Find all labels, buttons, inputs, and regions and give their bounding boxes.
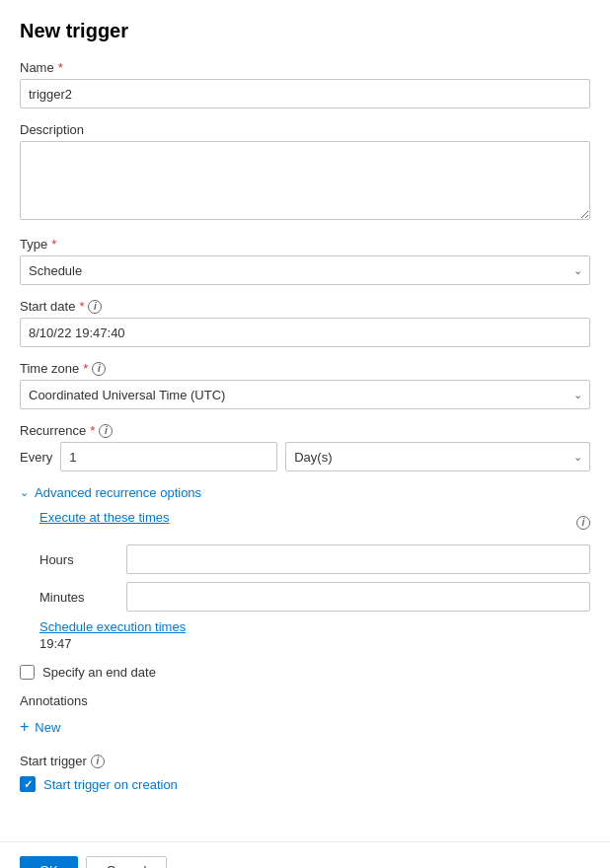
recurrence-field-group: Recurrence * i Every Day(s)Hour(s)Minute… [20, 423, 590, 471]
execute-header: Execute at these times i [39, 510, 590, 535]
end-date-checkbox[interactable] [20, 665, 35, 680]
start-trigger-section: Start trigger i Start trigger on creatio… [20, 754, 590, 792]
start-trigger-checkbox[interactable] [20, 776, 36, 792]
page-title: New trigger [20, 20, 590, 42]
type-label: Type * [20, 237, 590, 252]
timezone-label: Time zone * i [20, 361, 590, 376]
start-trigger-checkbox-row: Start trigger on creation [20, 776, 590, 792]
annotations-section: Annotations + New [20, 693, 590, 736]
hours-row: Hours [39, 544, 590, 574]
execute-link[interactable]: Execute at these times [39, 510, 170, 525]
ok-button[interactable]: OK [20, 856, 78, 868]
advanced-chevron-icon: ⌄ [20, 486, 29, 499]
minutes-row: Minutes [39, 582, 590, 612]
end-date-checkbox-row: Specify an end date [20, 665, 590, 680]
schedule-time-value: 19:47 [39, 636, 590, 651]
hours-label: Hours [39, 552, 118, 567]
start-trigger-info-icon[interactable]: i [91, 755, 105, 768]
recurrence-info-icon[interactable]: i [99, 424, 113, 438]
timezone-field-group: Time zone * i Coordinated Universal Time… [20, 361, 590, 409]
recurrence-unit-select-wrapper: Day(s)Hour(s)Minute(s)Month(s)Week(s) ⌄ [285, 442, 590, 471]
start-date-field-group: Start date * i [20, 299, 590, 347]
timezone-select[interactable]: Coordinated Universal Time (UTC) [20, 380, 590, 409]
name-input[interactable] [20, 79, 590, 108]
advanced-toggle-label: Advanced recurrence options [35, 485, 201, 500]
type-required: * [51, 237, 56, 252]
description-input[interactable] [20, 141, 590, 220]
type-select-wrapper: ScheduleTumbling WindowEvent ⌄ [20, 255, 590, 285]
cancel-button[interactable]: Cancel [86, 856, 167, 868]
recurrence-value-input[interactable] [60, 442, 277, 471]
name-required: * [58, 60, 63, 75]
schedule-section: Schedule execution times 19:47 [39, 619, 590, 651]
start-date-required: * [79, 299, 84, 314]
start-date-input[interactable] [20, 318, 590, 347]
minutes-input[interactable] [126, 582, 590, 612]
timezone-info-icon[interactable]: i [92, 362, 106, 376]
recurrence-required: * [90, 423, 95, 438]
type-field-group: Type * ScheduleTumbling WindowEvent ⌄ [20, 237, 590, 285]
schedule-link[interactable]: Schedule execution times [39, 619, 186, 634]
new-annotation-label: New [35, 720, 60, 735]
every-label: Every [20, 450, 52, 465]
advanced-content: Execute at these times i Hours Minutes S… [20, 510, 590, 651]
recurrence-label: Recurrence * i [20, 423, 590, 438]
end-date-checkbox-label: Specify an end date [42, 665, 156, 680]
annotations-label: Annotations [20, 693, 590, 708]
recurrence-row: Every Day(s)Hour(s)Minute(s)Month(s)Week… [20, 442, 590, 471]
plus-icon: + [20, 718, 29, 736]
new-annotation-button[interactable]: + New [20, 718, 60, 736]
name-label: Name * [20, 60, 590, 75]
recurrence-unit-select[interactable]: Day(s)Hour(s)Minute(s)Month(s)Week(s) [285, 442, 590, 471]
description-field-group: Description [20, 122, 590, 223]
name-field-group: Name * [20, 60, 590, 108]
advanced-toggle[interactable]: ⌄ Advanced recurrence options [20, 485, 590, 500]
minutes-label: Minutes [39, 590, 118, 605]
type-select[interactable]: ScheduleTumbling WindowEvent [20, 255, 590, 285]
timezone-required: * [83, 361, 88, 376]
advanced-section: ⌄ Advanced recurrence options Execute at… [20, 485, 590, 651]
start-date-info-icon[interactable]: i [88, 300, 102, 314]
execute-info-icon[interactable]: i [576, 516, 590, 530]
hours-input[interactable] [126, 544, 590, 574]
start-trigger-label: Start trigger i [20, 754, 590, 768]
timezone-select-wrapper: Coordinated Universal Time (UTC) ⌄ [20, 380, 590, 409]
start-trigger-checkbox-label: Start trigger on creation [43, 777, 178, 792]
start-date-label: Start date * i [20, 299, 590, 314]
description-label: Description [20, 122, 590, 137]
footer-buttons: OK Cancel [0, 841, 610, 868]
